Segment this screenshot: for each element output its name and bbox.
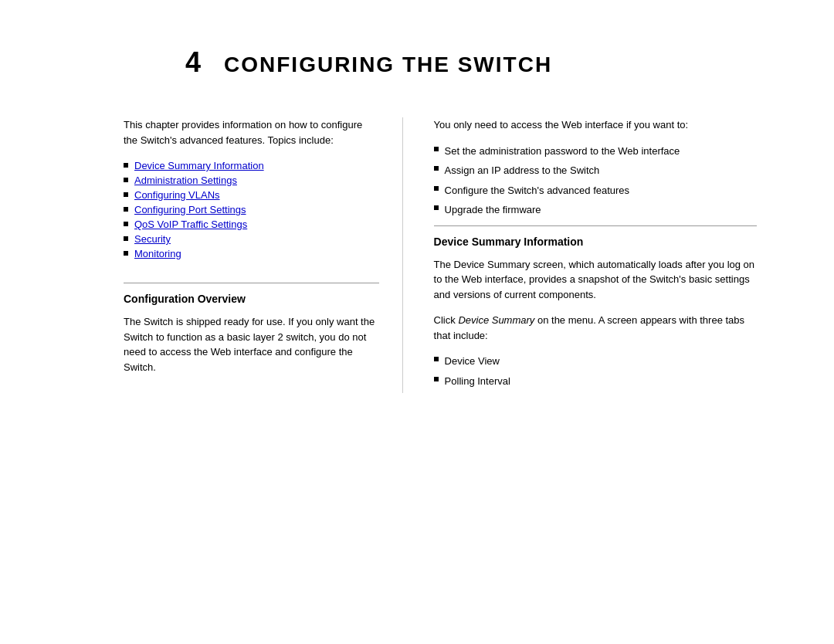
bullet-text: Set the administration password to the W… [445, 144, 680, 159]
bullet-icon [434, 205, 439, 210]
bullet-icon [124, 222, 128, 226]
configuring-vlans-link[interactable]: Configuring VLANs [134, 189, 220, 201]
list-item: Configure the Switch's advanced features [434, 183, 757, 198]
list-item: Polling Interval [434, 374, 757, 389]
chapter-header: 4 Configuring the Switch [62, 46, 772, 79]
left-column: This chapter provides information on how… [62, 117, 403, 393]
device-summary-sub-list: Device View Polling Interval [434, 354, 757, 388]
device-summary-body2: Click Device Summary on the menu. A scre… [434, 313, 757, 343]
device-summary-body1: The Device Summary screen, which automat… [434, 257, 757, 303]
bullet-icon [124, 192, 128, 197]
bullet-icon [434, 357, 439, 361]
bullet-icon [124, 251, 128, 256]
right-intro-text: You only need to access the Web interfac… [434, 117, 757, 133]
page-container: 4 Configuring the Switch This chapter pr… [0, 0, 834, 644]
monitoring-link[interactable]: Monitoring [134, 248, 181, 259]
bullet-icon [434, 166, 439, 171]
two-column-layout: This chapter provides information on how… [62, 117, 772, 393]
right-bullet-list: Set the administration password to the W… [434, 144, 757, 218]
chapter-title: Configuring the Switch [224, 53, 552, 77]
device-summary-link[interactable]: Device Summary Information [134, 160, 264, 171]
config-overview-body: The Switch is shipped ready for use. If … [124, 314, 379, 375]
list-item: Upgrade the firmware [434, 202, 757, 218]
qos-voip-link[interactable]: QoS VoIP Traffic Settings [134, 219, 247, 230]
device-summary-italic: Device Summary [458, 314, 534, 326]
list-item: Administration Settings [124, 175, 379, 186]
bullet-text: Polling Interval [445, 374, 510, 389]
bullet-icon [434, 147, 439, 151]
list-item: Set the administration password to the W… [434, 144, 757, 159]
right-section-divider [434, 225, 757, 226]
list-item: Security [124, 233, 379, 245]
left-intro-text: This chapter provides information on how… [124, 117, 379, 147]
list-item: Monitoring [124, 248, 379, 259]
bullet-icon [434, 377, 439, 381]
device-summary-heading: Device Summary Information [434, 236, 757, 248]
list-item: QoS VoIP Traffic Settings [124, 219, 379, 230]
configuring-port-settings-link[interactable]: Configuring Port Settings [134, 204, 246, 215]
right-column: You only need to access the Web interfac… [403, 117, 772, 393]
bullet-text: Upgrade the firmware [445, 202, 541, 218]
list-item: Configuring Port Settings [124, 204, 379, 215]
list-item: Assign an IP address to the Switch [434, 163, 757, 178]
bullet-icon [124, 163, 128, 168]
bullet-text: Assign an IP address to the Switch [445, 163, 600, 178]
bullet-icon [124, 207, 128, 212]
config-overview-heading: Configuration Overview [124, 293, 379, 305]
bullet-icon [124, 236, 128, 241]
bullet-icon [124, 178, 128, 182]
left-section-divider [124, 283, 379, 283]
bullet-text: Device View [445, 354, 500, 369]
security-link[interactable]: Security [134, 233, 171, 245]
list-item: Device Summary Information [124, 160, 379, 171]
list-item: Configuring VLANs [124, 189, 379, 201]
topics-link-list: Device Summary Information Administratio… [124, 160, 379, 259]
bullet-text: Configure the Switch's advanced features [445, 183, 630, 198]
administration-settings-link[interactable]: Administration Settings [134, 175, 237, 186]
chapter-number: 4 [185, 46, 201, 79]
bullet-icon [434, 186, 439, 191]
list-item: Device View [434, 354, 757, 369]
